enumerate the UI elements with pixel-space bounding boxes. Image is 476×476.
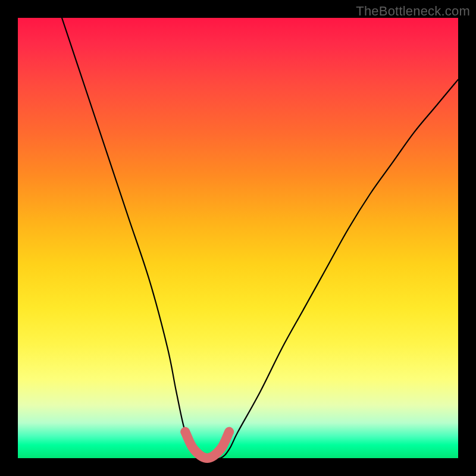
bottleneck-curve [62, 18, 458, 459]
target-band [185, 432, 229, 458]
chart-frame: TheBottleneck.com [0, 0, 476, 476]
watermark-text: TheBottleneck.com [356, 4, 470, 19]
plot-area [18, 18, 458, 458]
chart-svg [18, 18, 458, 458]
